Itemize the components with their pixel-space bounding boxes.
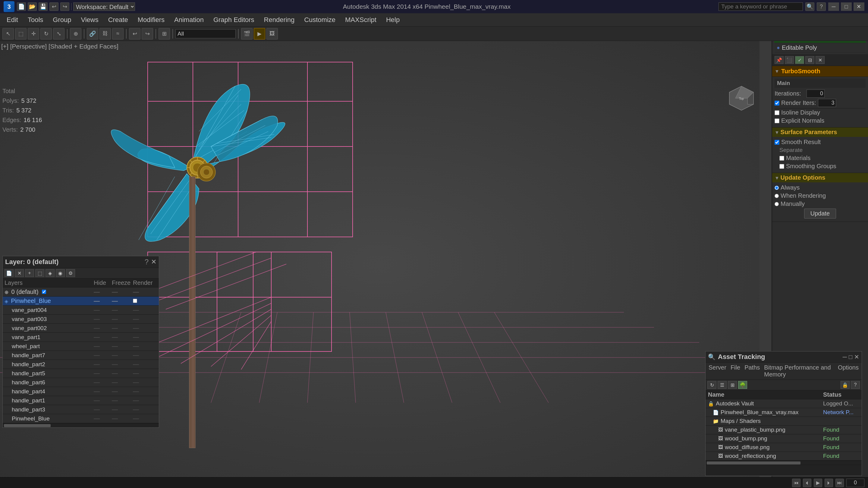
menu-help[interactable]: Help: [382, 15, 404, 25]
help-icon[interactable]: ?: [817, 2, 826, 11]
asset-pinwheel-max-row[interactable]: 📄 Pinwheel_Blue_max_vray.max Network P..…: [706, 408, 862, 417]
surface-params-title[interactable]: ▼ Surface Parameters: [772, 127, 868, 137]
active-shade-icon[interactable]: ⬛: [785, 56, 794, 64]
prev-frame-btn[interactable]: ⏴: [803, 479, 811, 487]
maximize-btn[interactable]: □: [841, 2, 852, 11]
open-btn[interactable]: 📂: [28, 2, 37, 11]
show-result-icon[interactable]: ✓: [795, 56, 804, 64]
play-btn[interactable]: ▶: [814, 479, 822, 487]
asset-maps-row[interactable]: 📁 Maps / Shaders: [706, 417, 862, 426]
asset-menu-options[interactable]: Options: [837, 364, 860, 378]
materials-checkbox[interactable]: [779, 156, 784, 161]
smooth-result-checkbox[interactable]: [775, 140, 779, 145]
asset-menu-bitmap[interactable]: Bitmap Performance and Memory: [763, 364, 835, 378]
save-btn[interactable]: 💾: [38, 2, 48, 11]
layer-highlight-btn[interactable]: ◉: [56, 269, 65, 277]
layer-delete-btn[interactable]: ✕: [15, 269, 24, 277]
asset-vault-icon[interactable]: 🔒: [841, 381, 849, 389]
asset-wood-diffuse-row[interactable]: 🖼 wood_diffuse.png Found: [706, 443, 862, 452]
update-options-title[interactable]: ▼ Update Options: [772, 173, 868, 182]
layer-vane003-row[interactable]: vane_part003 — — —: [3, 315, 159, 324]
pinwheel-render-checkbox[interactable]: [133, 299, 137, 303]
asset-vault-row[interactable]: 🔒 Autodesk Vault Logged O...: [706, 399, 862, 408]
layer-handle2-row[interactable]: handle_part2 — — —: [3, 360, 159, 369]
go-to-end-btn[interactable]: ⏭: [835, 479, 844, 487]
asset-wood-bump-row[interactable]: 🖼 wood_bump.png Found: [706, 434, 862, 443]
render-btn[interactable]: ▶: [254, 28, 265, 39]
layer-vane002-row[interactable]: vane_part002 — — —: [3, 324, 159, 333]
rotate-btn[interactable]: ↻: [40, 28, 52, 39]
asset-vane-bump-row[interactable]: 🖼 vane_plastic_bump.png Found: [706, 426, 862, 434]
render-type-btn[interactable]: 🖼: [267, 28, 278, 39]
smoothing-groups-checkbox[interactable]: [779, 164, 784, 169]
menu-views[interactable]: Views: [76, 15, 102, 25]
layer-vane004-row[interactable]: vane_part004 — — —: [3, 306, 159, 315]
asset-help-icon[interactable]: ?: [851, 381, 860, 389]
layer-handle6-row[interactable]: handle_part6 — — —: [3, 378, 159, 387]
scale-btn[interactable]: ⤡: [53, 28, 64, 39]
layer-wheel-row[interactable]: wheel_part — — —: [3, 342, 159, 351]
asset-close-btn[interactable]: ✕: [854, 353, 859, 361]
asset-list-view-icon[interactable]: ☰: [718, 381, 727, 389]
redo-toolbar-btn[interactable]: ↪: [142, 28, 153, 39]
menu-modifiers[interactable]: Modifiers: [133, 15, 169, 25]
default-active-checkbox[interactable]: [42, 289, 46, 294]
asset-menu-file[interactable]: File: [730, 364, 741, 378]
layer-pinwheel-row[interactable]: ◈ Pinwheel_Blue — —: [3, 297, 159, 306]
layer-handle4-row[interactable]: handle_part4 — — —: [3, 387, 159, 396]
isoline-checkbox[interactable]: [775, 110, 779, 115]
use-pivot-btn[interactable]: ⊕: [70, 28, 82, 39]
manually-radio[interactable]: [775, 202, 779, 206]
explicit-normals-checkbox[interactable]: [775, 118, 779, 123]
menu-edit[interactable]: Edit: [2, 15, 22, 25]
layer-handle3-row[interactable]: handle_part3 — — —: [3, 405, 159, 414]
frame-input[interactable]: [846, 479, 864, 487]
asset-wood-reflect-row[interactable]: 🖼 wood_reflection.png Found: [706, 452, 862, 461]
layer-add-selection-btn[interactable]: +: [25, 269, 34, 277]
asset-menu-paths[interactable]: Paths: [743, 364, 761, 378]
link-btn[interactable]: 🔗: [87, 28, 98, 39]
update-button[interactable]: Update: [804, 209, 836, 218]
workspace-select[interactable]: Workspace: Default: [73, 2, 135, 11]
redo-btn[interactable]: ↪: [60, 2, 69, 11]
render-iters-input[interactable]: [818, 99, 836, 107]
menu-tools[interactable]: Tools: [24, 15, 47, 25]
nav-cube[interactable]: Top: [726, 83, 756, 113]
turbosmooth-collapse[interactable]: ▼: [775, 69, 779, 74]
layer-default-row[interactable]: ⊕ 0 (default) — — —: [3, 287, 159, 297]
layer-vane1-row[interactable]: vane_part1 — — —: [3, 333, 159, 342]
go-to-start-btn[interactable]: ⏮: [792, 479, 801, 487]
asset-column-view-icon[interactable]: ⊞: [728, 381, 737, 389]
layer-handle1-row[interactable]: handle_part1 — — —: [3, 396, 159, 405]
menu-graph-editors[interactable]: Graph Editors: [209, 15, 258, 25]
asset-minimize-btn[interactable]: ─: [843, 354, 847, 361]
menu-rendering[interactable]: Rendering: [260, 15, 299, 25]
schematic-view-btn[interactable]: ⊞: [158, 28, 170, 39]
layer-handle5-row[interactable]: handle_part5 — — —: [3, 369, 159, 378]
next-frame-btn[interactable]: ⏵: [825, 479, 833, 487]
editablepoly-modifier[interactable]: ● Editable Poly: [774, 43, 866, 53]
layer-new-btn[interactable]: 📄: [4, 269, 13, 277]
undo-btn[interactable]: ↩: [50, 2, 59, 11]
unlink-btn[interactable]: ⛓: [99, 28, 111, 39]
close-btn[interactable]: ✕: [854, 2, 864, 11]
search-input[interactable]: [718, 2, 803, 11]
always-radio[interactable]: [775, 186, 779, 190]
undo-toolbar-btn[interactable]: ↩: [129, 28, 141, 39]
asset-menu-server[interactable]: Server: [707, 364, 727, 378]
menu-create[interactable]: Create: [104, 15, 132, 25]
asset-tree-view-icon[interactable]: 🌳: [738, 381, 747, 389]
new-btn[interactable]: 📄: [17, 2, 26, 11]
layer-help-icon[interactable]: ?: [145, 258, 149, 266]
asset-restore-btn[interactable]: □: [849, 354, 852, 361]
move-btn[interactable]: ✛: [28, 28, 39, 39]
viewport-corner-label[interactable]: [+] [Perspective] [Shaded + Edged Faces]: [1, 43, 119, 50]
when-rendering-radio[interactable]: [775, 194, 779, 198]
asset-scrollbar[interactable]: [706, 461, 862, 465]
menu-customize[interactable]: Customize: [300, 15, 340, 25]
minimize-btn[interactable]: ─: [828, 2, 839, 11]
layer-panel-close[interactable]: ✕: [151, 258, 156, 266]
selection-filter-input[interactable]: [176, 29, 236, 38]
render-iters-checkbox[interactable]: [775, 101, 779, 105]
layer-scrollbar[interactable]: [3, 423, 159, 427]
